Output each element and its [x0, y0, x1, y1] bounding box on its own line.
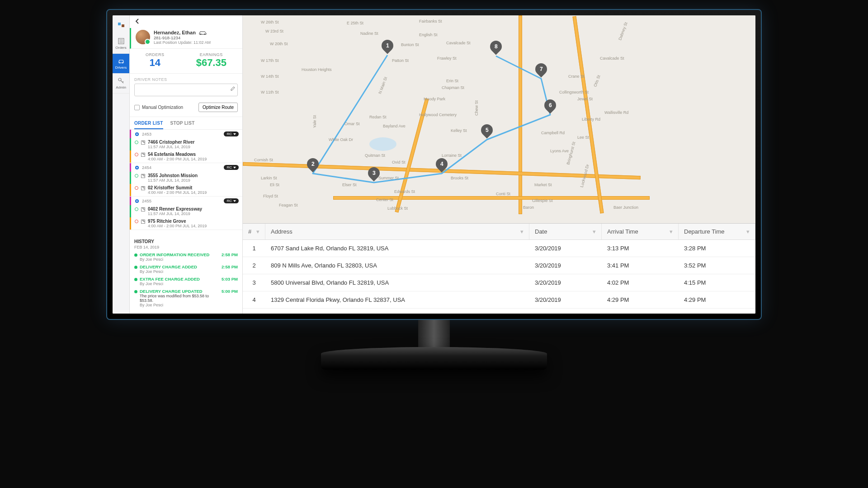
col-date: Date: [535, 228, 547, 235]
history-time: 5:03 PM: [222, 277, 238, 282]
edit-stop-icon[interactable]: [141, 220, 145, 224]
edit-stop-icon[interactable]: [141, 186, 145, 190]
edit-stop-icon[interactable]: [141, 174, 145, 178]
car-icon: [118, 57, 125, 65]
street-label: W 11th St: [261, 90, 279, 94]
filter-icon[interactable]: ▾: [256, 228, 259, 235]
expand-icon[interactable]: [135, 165, 139, 170]
history-item: ORDER INFORMATION RECEIVED By Joe Pesci …: [134, 252, 238, 262]
street-label: Lubbock St: [387, 206, 408, 211]
street-label: Edwards St: [394, 189, 415, 194]
pin-number: 8: [495, 43, 498, 50]
nav-drivers[interactable]: Drivers: [113, 54, 129, 74]
map-pin[interactable]: 6: [544, 99, 556, 115]
manual-opt-checkbox[interactable]: Manual Optimization: [134, 105, 183, 110]
edit-stop-icon[interactable]: [141, 141, 145, 145]
table-row[interactable]: 4 1329 Central Florida Pkwy, Orlando FL …: [243, 291, 755, 309]
pin-number: 7: [540, 66, 543, 72]
map-pin[interactable]: 5: [481, 124, 493, 140]
history-date: FEB 14, 2019: [134, 245, 238, 249]
order-stop[interactable]: 0402 Renner Expressway 11:57 AM JUL 14, …: [130, 205, 242, 217]
tab-order-list[interactable]: ORDER LIST: [134, 121, 163, 129]
street-label: Larkin St: [261, 176, 277, 180]
earnings-value: $67.35: [196, 57, 226, 69]
tab-stop-list[interactable]: STOP LIST: [170, 121, 195, 129]
row-address: 6707 Sand Lake Rd, Orlando FL 32819, USA: [265, 240, 529, 257]
orders-label: ORDERS: [146, 52, 165, 57]
notes-input[interactable]: [134, 84, 238, 96]
street-label: Yale St: [312, 115, 317, 128]
street-label: Omar St: [344, 122, 360, 126]
optimize-route-button[interactable]: Optimize Route: [198, 103, 238, 112]
pin-number: 3: [373, 170, 376, 176]
col-arrival: Arrival Time: [607, 228, 638, 235]
map-pin[interactable]: 7: [535, 63, 547, 79]
edit-stop-icon[interactable]: [141, 207, 145, 211]
driver-avatar: [136, 30, 150, 44]
map-pin[interactable]: 8: [490, 41, 502, 56]
route-map[interactable]: W 26th StE 25th StFairbanks StW 23rd StN…: [243, 15, 755, 223]
orders-list[interactable]: 2453 RC 7466 Cristopher River 11:57 AM J…: [130, 130, 242, 235]
table-row[interactable]: 3 5800 Universal Blvd, Orlando FL 32819,…: [243, 274, 755, 291]
order-header[interactable]: 2455 RC: [130, 197, 242, 205]
filter-icon[interactable]: ▾: [520, 228, 524, 235]
street-label: Quitman St: [365, 153, 385, 158]
filter-icon[interactable]: ▾: [593, 228, 596, 235]
map-pin[interactable]: 3: [368, 167, 380, 183]
driver-last-update: Last Position Update: 11:02 AM: [154, 40, 211, 45]
street-label: Floyd St: [263, 194, 278, 198]
street-label: Brooks St: [451, 176, 468, 180]
driver-name: Hernandez, Ethan: [154, 30, 196, 35]
stop-time: 4:00 AM - 2:00 PM JUL 14, 2019: [148, 224, 239, 228]
row-arrival: 4:02 PM: [602, 274, 679, 291]
history-event: DELIVERY CHARGE UPDATED: [140, 289, 219, 294]
order-stop[interactable]: 54 Estefania Meadows 4:00 AM - 2:00 PM J…: [130, 150, 242, 163]
driver-panel: Hernandez, Ethan 281-918-1234 Last Posit…: [130, 15, 243, 314]
nav-admin[interactable]: Admin: [113, 74, 129, 94]
map-pin[interactable]: 2: [307, 158, 319, 174]
edit-icon[interactable]: [230, 86, 236, 91]
nav-orders[interactable]: Orders: [113, 34, 129, 54]
map-pin[interactable]: 1: [382, 40, 393, 55]
row-arrival: 4:29 PM: [602, 291, 679, 308]
order-stop[interactable]: 7466 Cristopher River 11:57 AM JUL 14, 2…: [130, 138, 242, 150]
rc-badge[interactable]: RC: [224, 198, 239, 203]
history-by: By Joe Pesci: [140, 269, 219, 274]
row-date: 3/20/2019: [529, 274, 602, 291]
order-stop[interactable]: 975 Ritchie Grove 4:00 AM - 2:00 PM JUL …: [130, 217, 242, 230]
map-pin[interactable]: 4: [436, 158, 448, 174]
back-icon[interactable]: [134, 18, 141, 24]
history-title: HISTORY: [134, 239, 238, 244]
svg-point-11: [200, 33, 201, 34]
expand-icon[interactable]: [135, 132, 139, 136]
street-label: Lee St: [577, 135, 589, 140]
order-header[interactable]: 2453 RC: [130, 130, 242, 138]
filter-icon[interactable]: ▾: [670, 228, 673, 235]
pin-number: 6: [549, 102, 552, 108]
order-stop[interactable]: 3555 Johnston Mission 11:57 AM JUL 14, 2…: [130, 172, 242, 184]
street-label: Feagan St: [279, 203, 298, 207]
row-date: 3/20/2019: [529, 240, 602, 257]
street-label: Liberty Rd: [582, 117, 600, 122]
stop-address: 02 Kristoffer Summit: [148, 185, 239, 190]
order-header[interactable]: 2454 RC: [130, 163, 242, 172]
rc-badge[interactable]: RC: [224, 131, 239, 136]
street-label: Center St: [376, 197, 393, 202]
order-id: 2454: [142, 165, 151, 170]
table-row[interactable]: 2 809 N Mills Ave, Orlando FL 32803, USA…: [243, 257, 755, 274]
col-departure: Departure Time: [684, 228, 725, 235]
history-by: By Joe Pesci: [140, 282, 219, 286]
order-stop[interactable]: 02 Kristoffer Summit 4:00 AM - 2:00 PM J…: [130, 184, 242, 196]
stop-address: 54 Estefania Meadows: [148, 152, 239, 157]
filter-icon[interactable]: ▾: [746, 228, 750, 235]
rc-badge[interactable]: RC: [224, 165, 239, 170]
expand-icon[interactable]: [135, 199, 139, 203]
edit-stop-icon[interactable]: [141, 153, 145, 157]
status-dot: [135, 141, 138, 144]
orders-count: 14: [146, 57, 165, 69]
street-label: E 25th St: [347, 21, 363, 25]
table-row[interactable]: 1 6707 Sand Lake Rd, Orlando FL 32819, U…: [243, 240, 755, 257]
street-label: Patton St: [392, 58, 409, 63]
stop-address: 0402 Renner Expressway: [148, 206, 239, 211]
history-time: 2:58 PM: [222, 264, 238, 269]
